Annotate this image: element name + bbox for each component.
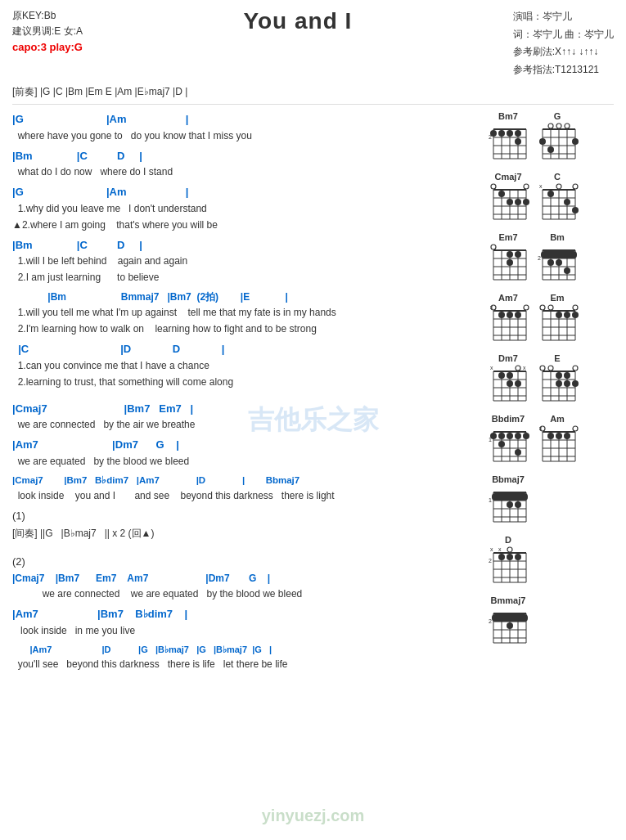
diagram-em: Em — [536, 293, 579, 347]
section-7: |Cmaj7 |Bm7 Em7 | we are connected by th… — [12, 401, 483, 433]
chord-line-12: |Am7 |D |G |B♭maj7 |G |B♭maj7 |G | — [12, 643, 483, 657]
header-center: You and I — [83, 8, 513, 34]
lyricist: 词：岑宁儿 曲：岑宁儿 — [513, 26, 614, 44]
svg-point-14 — [515, 130, 521, 137]
diagram-pair-1: Bm7 2 — [487, 111, 614, 165]
svg-point-237 — [507, 622, 513, 629]
svg-point-28 — [565, 124, 570, 128]
svg-text:2: 2 — [489, 558, 492, 564]
svg-point-155 — [556, 372, 562, 379]
diagram-bbmaj7: Bbmaj7 1 — [487, 474, 529, 528]
svg-point-177 — [515, 449, 521, 456]
diagram-bm: Bm 2 — [536, 232, 579, 286]
song-title: You and I — [83, 8, 513, 34]
svg-text:2: 2 — [489, 618, 492, 624]
prelude-line: [前奏] |G |C |Bm |Em E |Am |E♭maj7 |D | — [12, 85, 614, 105]
diagram-pair-8: D 2 x x — [487, 535, 614, 589]
svg-point-122 — [556, 312, 562, 318]
svg-point-123 — [564, 312, 570, 318]
chord-name-bm7: Bm7 — [498, 111, 518, 121]
main-content: |G |Am | where have you gone to do you k… — [12, 111, 614, 676]
svg-point-124 — [572, 312, 579, 318]
lyric-4-1: 1.will I be left behind again and again — [12, 254, 483, 268]
section-11: |Am7 |Bm7 B♭dim7 | look inside in me you… — [12, 606, 483, 638]
svg-text:x: x — [490, 365, 493, 371]
interlude-text: [间奏] ||G |B♭maj7 || x 2 (回▲) — [12, 526, 483, 541]
svg-point-175 — [523, 433, 529, 439]
svg-text:x: x — [498, 546, 502, 552]
lyric-1-1: where have you gone to do you know that … — [12, 128, 483, 143]
diagram-am7: Am7 x — [487, 293, 529, 347]
chord-name-d: D — [505, 535, 511, 545]
chord-name-am: Am — [550, 414, 565, 424]
watermark-2: yinyuezj.com — [262, 806, 365, 825]
chord-name-bmmaj7: Bmmaj7 — [491, 595, 526, 605]
svg-point-121 — [573, 305, 578, 310]
chord-name-em: Em — [550, 293, 564, 303]
svg-point-59 — [556, 184, 561, 189]
svg-point-76 — [515, 251, 521, 258]
diagram-em7: Em7 — [487, 232, 529, 286]
svg-point-11 — [490, 130, 497, 137]
chord-line-3: |G |Am | — [12, 184, 483, 200]
diagram-c: C x — [536, 172, 579, 226]
lyric-4-2: 2.I am just learning to believe — [12, 270, 483, 285]
svg-point-29 — [539, 138, 546, 145]
diagram-pair-2: Cmaj7 — [487, 172, 614, 226]
svg-point-61 — [547, 191, 554, 197]
section-9: |Cmaj7 |Bm7 B♭dim7 |Am7 |D | Bbmaj7 look… — [12, 474, 483, 503]
svg-point-207 — [515, 501, 521, 508]
section-2: |Bm |C D | what do I do now where do I s… — [12, 148, 483, 180]
chord-name-dm7: Dm7 — [498, 353, 518, 363]
diagram-bbdim7: Bbdim7 1 — [487, 414, 529, 468]
svg-point-141 — [515, 380, 521, 387]
lyric-2-1: what do I do now where do I stand — [12, 164, 483, 179]
singer: 演唱：岑宁儿 — [513, 8, 614, 26]
section-8: |Am7 |Dm7 G | we are equated by the bloo… — [12, 437, 483, 469]
svg-point-176 — [498, 441, 505, 447]
svg-point-192 — [556, 433, 562, 439]
svg-text:1: 1 — [489, 497, 492, 503]
svg-point-221 — [507, 547, 512, 552]
lyric-3-1: 1.why did you leave me I don't understan… — [12, 201, 483, 216]
svg-point-154 — [573, 366, 578, 371]
strumming: 参考刷法:X↑↑↓ ↓↑↑↓ — [513, 43, 614, 61]
diagram-dm7: Dm7 x x — [487, 353, 529, 407]
chord-name-bbdim7: Bbdim7 — [492, 414, 525, 424]
svg-point-159 — [572, 380, 579, 387]
diagram-pair-3: Em7 — [487, 232, 614, 286]
svg-point-27 — [556, 124, 561, 128]
svg-point-157 — [556, 380, 562, 387]
section-5: |Bm Bmmaj7 |Bm7 (2拍) |E | 1.will you tel… — [12, 290, 483, 336]
svg-point-12 — [498, 130, 505, 137]
svg-point-46 — [515, 199, 521, 205]
svg-point-171 — [490, 433, 497, 439]
chord-line-11: |Am7 |Bm7 B♭dim7 | — [12, 606, 483, 622]
key-suggested: 建议男调:E 女:A — [12, 24, 83, 39]
diagram-cmaj7: Cmaj7 — [487, 172, 529, 226]
svg-point-152 — [540, 366, 545, 371]
svg-point-91 — [556, 259, 562, 266]
svg-point-139 — [507, 372, 513, 379]
diagram-pair-7: Bbmaj7 1 — [487, 474, 614, 528]
header-left: 原KEY:Bb 建议男调:E 女:A capo:3 play:G — [12, 8, 83, 56]
section-3: |G |Am | 1.why did you leave me I don't … — [12, 184, 483, 232]
diagram-g: G — [536, 111, 579, 165]
svg-point-42 — [491, 184, 496, 189]
svg-point-223 — [507, 554, 513, 560]
svg-point-172 — [498, 433, 505, 439]
svg-point-60 — [573, 184, 578, 189]
chord-line-10: |Cmaj7 |Bm7 Em7 Am7 |Dm7 G | — [12, 571, 483, 586]
chord-line-7: |Cmaj7 |Bm7 Em7 | — [12, 401, 483, 417]
svg-point-190 — [573, 426, 578, 431]
svg-point-26 — [548, 124, 553, 128]
svg-point-137 — [516, 366, 520, 371]
diagram-pair-5: Dm7 x x — [487, 353, 614, 407]
diagram-pair-4: Am7 x — [487, 293, 614, 347]
svg-point-63 — [572, 207, 579, 213]
svg-point-191 — [547, 433, 554, 439]
svg-point-105 — [524, 305, 529, 310]
svg-point-156 — [564, 372, 570, 379]
lyric-3-2: ▲2.where I am going that's where you wil… — [12, 218, 483, 232]
interlude-section: [间奏] ||G |B♭maj7 || x 2 (回▲) — [12, 526, 483, 541]
